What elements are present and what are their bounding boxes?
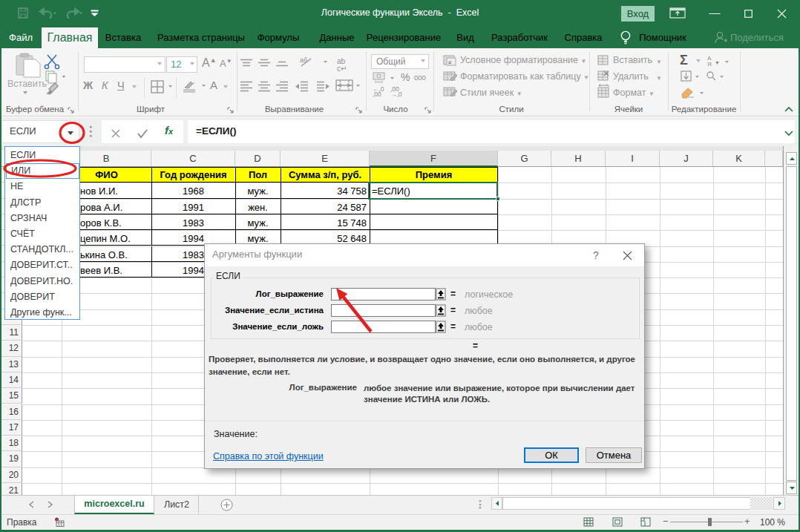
svg-text:Я: Я: [707, 61, 712, 66]
svg-text:→,0: →,0: [390, 91, 402, 97]
svg-text:,00: ,00: [373, 91, 381, 97]
svg-text:≠: ≠: [448, 59, 452, 66]
svg-text:000: 000: [414, 73, 426, 82]
svg-text:%: %: [401, 71, 410, 83]
svg-text:аб: аб: [300, 56, 307, 64]
svg-text:c↵: c↵: [337, 65, 347, 73]
